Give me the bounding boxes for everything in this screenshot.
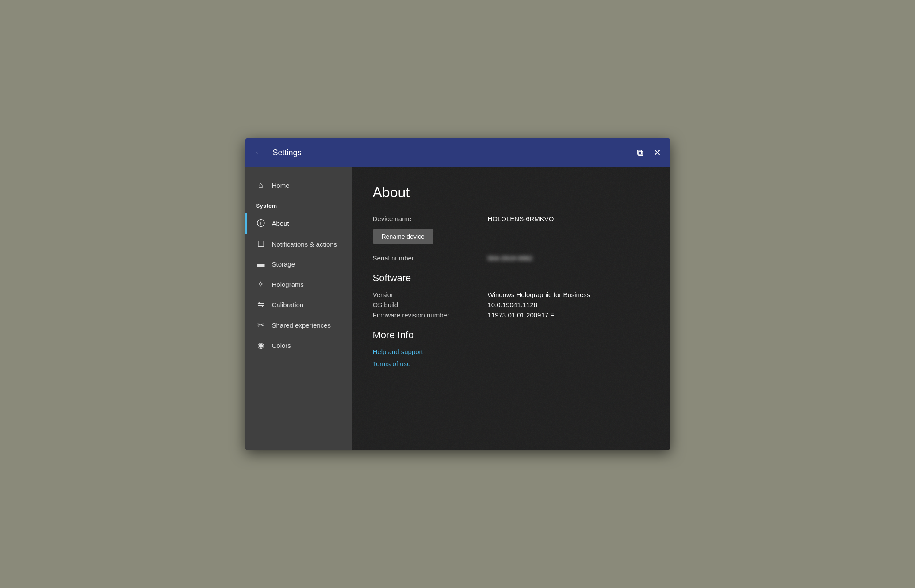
device-name-label: Device name [373, 215, 488, 222]
window-title: Settings [273, 148, 637, 157]
main-content: About Device name HOLOLENS-6RMKVO Rename… [352, 167, 670, 450]
sidebar-notifications-label: Notifications & actions [272, 241, 337, 248]
sidebar-item-storage[interactable]: ▬ Storage [245, 254, 352, 274]
sidebar-calibration-label: Calibration [272, 301, 304, 309]
home-icon: ⌂ [256, 181, 266, 190]
back-button[interactable]: ← [254, 148, 264, 157]
os-build-value: 10.0.19041.1128 [488, 301, 538, 309]
holograms-icon: ✧ [256, 279, 266, 289]
device-name-value: HOLOLENS-6RMKVO [488, 215, 554, 222]
notifications-icon: ☐ [256, 239, 266, 249]
sidebar-item-colors[interactable]: ◉ Colors [245, 335, 352, 355]
software-heading: Software [373, 272, 649, 284]
device-name-row: Device name HOLOLENS-6RMKVO [373, 215, 649, 222]
os-build-label: OS build [373, 301, 488, 309]
firmware-label: Firmware revision number [373, 311, 488, 319]
serial-number-label: Serial number [373, 254, 488, 262]
version-row: Version Windows Holographic for Business [373, 291, 649, 298]
version-value: Windows Holographic for Business [488, 291, 590, 298]
help-and-support-link[interactable]: Help and support [373, 348, 649, 355]
sidebar-shared-label: Shared experiences [272, 321, 331, 329]
more-info-heading: More Info [373, 329, 649, 341]
storage-icon: ▬ [256, 260, 266, 269]
sidebar-colors-label: Colors [272, 342, 291, 349]
sidebar-item-shared-experiences[interactable]: ✂ Shared experiences [245, 315, 352, 335]
minimize-button[interactable]: ⧉ [637, 148, 643, 157]
page-title: About [373, 184, 649, 201]
about-icon: ⓘ [256, 218, 266, 229]
sidebar: ⌂ Home System ⓘ About ☐ Notifications & … [245, 167, 352, 450]
sidebar-system-label: System [245, 195, 352, 213]
close-button[interactable]: ✕ [654, 148, 661, 157]
window-body: ⌂ Home System ⓘ About ☐ Notifications & … [245, 167, 670, 450]
sidebar-holograms-label: Holograms [272, 281, 304, 288]
sidebar-item-notifications[interactable]: ☐ Notifications & actions [245, 234, 352, 254]
sidebar-item-home[interactable]: ⌂ Home [245, 176, 352, 195]
titlebar: ← Settings ⧉ ✕ [245, 138, 670, 167]
version-label: Version [373, 291, 488, 298]
shared-icon: ✂ [256, 320, 266, 330]
terms-of-use-link[interactable]: Terms of use [373, 360, 649, 367]
sidebar-item-calibration[interactable]: ⇋ Calibration [245, 294, 352, 315]
calibration-icon: ⇋ [256, 300, 266, 309]
sidebar-about-label: About [272, 220, 289, 227]
serial-number-row: Serial number 004-2919-0062 [373, 254, 649, 262]
firmware-value: 11973.01.01.200917.F [488, 311, 555, 319]
sidebar-item-about[interactable]: ⓘ About [245, 213, 352, 234]
os-build-row: OS build 10.0.19041.1128 [373, 301, 649, 309]
firmware-row: Firmware revision number 11973.01.01.200… [373, 311, 649, 319]
settings-window: ← Settings ⧉ ✕ ⌂ Home System ⓘ About ☐ [245, 138, 670, 450]
sidebar-item-holograms[interactable]: ✧ Holograms [245, 274, 352, 294]
sidebar-storage-label: Storage [272, 260, 295, 268]
colors-icon: ◉ [256, 340, 266, 350]
rename-device-button[interactable]: Rename device [373, 229, 433, 244]
sidebar-home-label: Home [272, 182, 290, 189]
serial-number-value: 004-2919-0062 [488, 254, 533, 262]
titlebar-controls: ⧉ ✕ [637, 148, 661, 157]
